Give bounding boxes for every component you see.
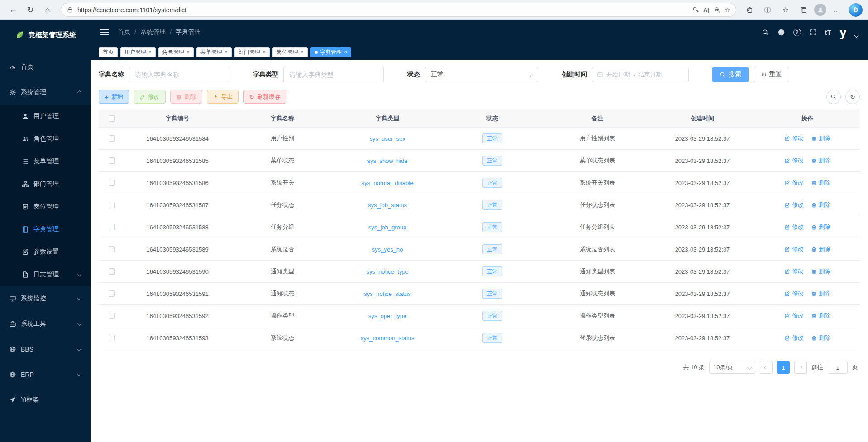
dict-type-link[interactable]: sys_common_status — [361, 335, 415, 342]
sidebar-item-dict-mgmt[interactable]: 字典管理 — [0, 218, 91, 241]
profile-avatar[interactable] — [814, 4, 826, 16]
sidebar-item-home[interactable]: 首页 — [0, 54, 91, 80]
sidebar-item-erp[interactable]: ERP — [0, 362, 91, 387]
sidebar-item-role-mgmt[interactable]: 角色管理 — [0, 128, 91, 150]
row-checkbox[interactable] — [109, 313, 115, 319]
row-edit-button[interactable]: 修改 — [784, 267, 804, 276]
status-select[interactable]: 正常 — [425, 67, 538, 82]
row-delete-button[interactable]: 删除 — [811, 201, 830, 209]
date-range-picker[interactable]: 开始日期 - 结束日期 — [592, 67, 689, 82]
close-icon[interactable]: × — [344, 49, 347, 55]
refresh-table-button[interactable]: ↻ — [845, 90, 860, 104]
row-delete-button[interactable]: 删除 — [811, 334, 830, 342]
delete-button[interactable]: 删除 — [170, 90, 202, 104]
dict-type-link[interactable]: sys_user_sex — [369, 135, 405, 142]
refresh-cache-button[interactable]: ↻ 刷新缓存 — [243, 90, 286, 104]
dict-type-link[interactable]: sys_yes_no — [372, 246, 403, 253]
url-input[interactable] — [77, 6, 688, 14]
row-delete-button[interactable]: 删除 — [811, 134, 830, 143]
row-delete-button[interactable]: 删除 — [811, 157, 830, 165]
url-bar[interactable]: A) ☆ — [61, 3, 736, 17]
dict-type-link[interactable]: sys_notice_status — [364, 290, 410, 297]
close-icon[interactable]: × — [148, 49, 152, 55]
page-size-select[interactable]: 10条/页 — [709, 361, 755, 374]
help-icon[interactable]: ? — [793, 29, 801, 36]
next-page-button[interactable] — [794, 361, 807, 374]
sidebar-item-post-mgmt[interactable]: 岗位管理 — [0, 195, 91, 218]
read-aloud-icon[interactable]: A) — [703, 7, 709, 13]
search-button[interactable]: 搜索 — [712, 67, 749, 82]
more-icon[interactable]: … — [829, 2, 844, 18]
dict-name-input[interactable] — [129, 67, 229, 82]
extensions-icon[interactable] — [742, 2, 757, 18]
dict-type-link[interactable]: sys_job_group — [368, 224, 407, 231]
bing-icon[interactable]: b — [849, 3, 863, 17]
dict-type-link[interactable]: sys_job_status — [368, 202, 407, 209]
export-button[interactable]: 导出 — [207, 90, 239, 104]
user-menu-caret-icon[interactable] — [854, 33, 859, 38]
row-checkbox[interactable] — [109, 224, 115, 230]
row-edit-button[interactable]: 修改 — [784, 179, 804, 187]
back-icon[interactable]: ← — [5, 2, 21, 18]
row-delete-button[interactable]: 删除 — [811, 312, 830, 320]
collections-icon[interactable] — [796, 2, 811, 18]
dict-type-input[interactable] — [283, 67, 384, 82]
row-edit-button[interactable]: 修改 — [784, 312, 804, 320]
sidebar-item-menu-mgmt[interactable]: 菜单管理 — [0, 150, 91, 173]
sidebar-item-param-settings[interactable]: 参数设置 — [0, 241, 91, 263]
sidebar-item-user-mgmt[interactable]: 用户管理 — [0, 105, 91, 128]
row-delete-button[interactable]: 删除 — [811, 179, 830, 187]
row-edit-button[interactable]: 修改 — [784, 290, 804, 298]
github-icon[interactable] — [777, 29, 785, 36]
sidebar-item-log-mgmt[interactable]: 日志管理 — [0, 263, 91, 286]
sidebar-item-system-mgmt[interactable]: 系统管理 — [0, 80, 91, 105]
row-checkbox[interactable] — [109, 290, 115, 297]
fullscreen-icon[interactable] — [809, 29, 817, 36]
tab-menu-mgmt[interactable]: 菜单管理 × — [196, 47, 232, 57]
row-edit-button[interactable]: 修改 — [784, 245, 804, 253]
row-checkbox[interactable] — [109, 246, 115, 252]
edit-button[interactable]: 修改 — [134, 90, 166, 104]
dict-type-link[interactable]: sys_notice_type — [366, 268, 408, 275]
select-all-checkbox[interactable] — [109, 115, 115, 122]
row-delete-button[interactable]: 删除 — [811, 245, 830, 253]
tab-home[interactable]: 首页 — [99, 47, 118, 57]
dict-type-link[interactable]: sys_normal_disable — [362, 180, 414, 186]
toggle-search-button[interactable] — [826, 90, 841, 104]
hamburger-icon[interactable] — [100, 29, 109, 35]
close-icon[interactable]: × — [300, 49, 304, 55]
split-screen-icon[interactable] — [760, 2, 775, 18]
sidebar-item-dept-mgmt[interactable]: 部门管理 — [0, 173, 91, 195]
font-size-icon[interactable]: tT — [825, 29, 831, 36]
row-delete-button[interactable]: 删除 — [811, 290, 830, 298]
goto-page-input[interactable] — [828, 361, 848, 374]
dict-type-link[interactable]: sys_show_hide — [367, 157, 408, 164]
close-icon[interactable]: × — [224, 49, 228, 55]
add-button[interactable]: + 新增 — [99, 90, 129, 104]
header-search-icon[interactable] — [762, 29, 769, 36]
breadcrumb-home[interactable]: 首页 — [118, 28, 130, 36]
page-1-button[interactable]: 1 — [777, 361, 790, 374]
tab-dict-mgmt[interactable]: 字典管理 × — [310, 47, 351, 57]
prev-page-button[interactable] — [760, 361, 773, 374]
key-icon[interactable] — [692, 6, 699, 13]
sidebar-item-system-tools[interactable]: 系统工具 — [0, 311, 91, 337]
row-delete-button[interactable]: 删除 — [811, 267, 830, 276]
row-checkbox[interactable] — [109, 180, 115, 186]
row-checkbox[interactable] — [109, 202, 115, 208]
reload-icon[interactable]: ↻ — [23, 2, 38, 18]
reset-button[interactable]: ↻ 重置 — [754, 67, 789, 82]
favorite-add-icon[interactable]: ☆ — [725, 6, 730, 14]
sidebar-item-yi-framework[interactable]: Yi框架 — [0, 387, 91, 413]
sidebar-item-system-monitor[interactable]: 系统监控 — [0, 286, 91, 311]
row-edit-button[interactable]: 修改 — [784, 334, 804, 342]
tab-post-mgmt[interactable]: 岗位管理 × — [272, 47, 308, 57]
breadcrumb-system-mgmt[interactable]: 系统管理 — [140, 28, 166, 36]
row-checkbox[interactable] — [109, 157, 115, 164]
row-edit-button[interactable]: 修改 — [784, 134, 804, 143]
row-edit-button[interactable]: 修改 — [784, 157, 804, 165]
favorites-icon[interactable]: ☆ — [778, 2, 793, 18]
row-checkbox[interactable] — [109, 268, 115, 275]
row-delete-button[interactable]: 删除 — [811, 223, 830, 231]
tab-dept-mgmt[interactable]: 部门管理 × — [234, 47, 270, 57]
